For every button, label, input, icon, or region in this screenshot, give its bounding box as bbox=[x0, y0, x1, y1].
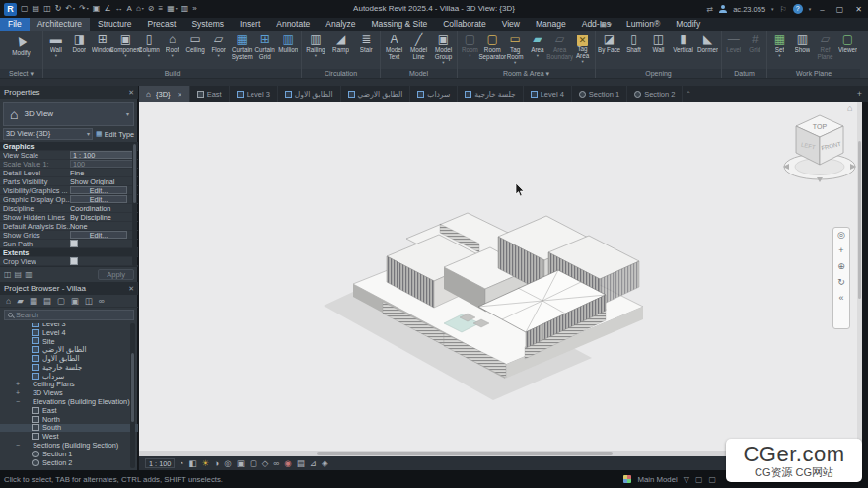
panel-label-room-area[interactable]: Room & Area ▾ bbox=[458, 69, 595, 78]
component-button[interactable]: ▣Component▾ bbox=[114, 32, 138, 69]
tab-structure[interactable]: Structure bbox=[90, 18, 140, 31]
type-selector[interactable]: ⌂ 3D View ▾ bbox=[3, 102, 134, 126]
section-icon[interactable]: ⊘ bbox=[147, 2, 156, 16]
view-tab-section-2[interactable]: Section 2 ✕ bbox=[627, 86, 683, 102]
properties-toggle-2-icon[interactable]: ▤ bbox=[15, 270, 23, 279]
help-icon[interactable]: ? bbox=[793, 4, 803, 14]
visual-style-icon[interactable]: ◧ bbox=[188, 456, 196, 470]
thin-lines-icon[interactable]: ≡ bbox=[157, 2, 164, 16]
select-toggle-1-icon[interactable]: ▢ bbox=[695, 475, 703, 484]
tab-precast[interactable]: Precast bbox=[140, 18, 184, 31]
show-button[interactable]: ▥Show▾ bbox=[791, 32, 814, 69]
browser-families-icon[interactable]: ▣ bbox=[70, 294, 80, 308]
floor-button[interactable]: ▱Floor▾ bbox=[207, 32, 231, 69]
panel-label-select[interactable]: Select ▾ bbox=[0, 69, 42, 78]
browser-search-box[interactable] bbox=[4, 310, 134, 320]
type-selector-caret-icon[interactable]: ▾ bbox=[126, 110, 133, 117]
tab-file[interactable]: File bbox=[0, 18, 30, 31]
tree-item[interactable]: Level 4 bbox=[0, 328, 138, 337]
tab-collaborate[interactable]: Collaborate bbox=[435, 18, 493, 31]
tab-list-chevron-icon[interactable]: ⌃ bbox=[683, 86, 693, 102]
view-cube[interactable]: TOP FRONT LEFT bbox=[778, 102, 861, 192]
tab-analyze[interactable]: Analyze bbox=[318, 18, 363, 31]
switch-windows-icon[interactable]: ▦ bbox=[166, 2, 179, 16]
shadows-icon[interactable]: ◑ bbox=[214, 456, 219, 470]
help-menu-caret-icon[interactable]: ▾ bbox=[809, 6, 812, 12]
mullion-button[interactable]: ▥Mullion▾ bbox=[276, 32, 300, 69]
curtain-system-button[interactable]: ▦Curtain System▾ bbox=[230, 32, 253, 69]
user-avatar-icon[interactable] bbox=[719, 5, 727, 13]
drawing-area[interactable]: TOP FRONT LEFT ⌂ ◎+⊕↻« bbox=[139, 102, 862, 451]
restore-button[interactable]: ▢ bbox=[833, 5, 847, 14]
minimize-button[interactable]: – bbox=[817, 5, 827, 14]
tree-item[interactable]: East bbox=[0, 406, 138, 415]
properties-header[interactable]: Properties ✕ bbox=[0, 86, 138, 99]
detail-level-icon[interactable]: ◔ bbox=[179, 456, 183, 470]
tree-item[interactable]: South bbox=[0, 424, 138, 433]
worksharing-display-icon[interactable] bbox=[623, 475, 631, 483]
set-button[interactable]: ▦Set▾ bbox=[768, 32, 791, 69]
tab-insert[interactable]: Insert bbox=[232, 18, 268, 31]
tree-item[interactable]: الطابق الارضي bbox=[0, 345, 138, 354]
model-line-button[interactable]: ╱Model Line▾ bbox=[406, 32, 431, 69]
tree-item[interactable]: Site bbox=[0, 337, 138, 346]
signed-in-user[interactable]: ac.23.055 bbox=[733, 5, 765, 14]
properties-close-icon[interactable]: ✕ bbox=[128, 89, 134, 97]
view-tab-section-1[interactable]: Section 1 ✕ bbox=[572, 86, 627, 102]
tree-item[interactable]: جلسة خارجية bbox=[0, 363, 138, 372]
aligned-dimension-icon[interactable]: ↔ bbox=[114, 2, 124, 16]
tree-item[interactable]: + 3D Views bbox=[0, 388, 138, 397]
displacement-sets-icon[interactable]: ◈ bbox=[322, 456, 328, 470]
tree-item[interactable]: Section 2 bbox=[0, 458, 138, 467]
tab-lumion[interactable]: Lumion® bbox=[618, 18, 668, 31]
user-interface-icon[interactable]: ▥ bbox=[181, 2, 190, 16]
tab-modify[interactable]: Modify bbox=[668, 18, 708, 31]
railing-button[interactable]: ▥Railing▾ bbox=[303, 32, 328, 69]
view-instance-combo[interactable]: 3D View: {3D} ▾ bbox=[3, 128, 93, 140]
tab-architecture[interactable]: Architecture bbox=[30, 18, 90, 31]
tree-item[interactable]: الطابق الاول bbox=[0, 354, 138, 363]
tag-room-button[interactable]: ▭Tag Room▾ bbox=[504, 32, 527, 69]
sun-path-icon[interactable]: ☀ bbox=[202, 456, 210, 470]
browser-home-icon[interactable]: ⌂ bbox=[5, 294, 12, 308]
new-view-tab-icon[interactable]: + bbox=[851, 86, 868, 102]
pan-icon[interactable]: + bbox=[838, 245, 843, 255]
active-workset-label[interactable]: Main Model bbox=[637, 475, 677, 484]
revit-app-button[interactable]: R bbox=[4, 3, 17, 16]
tree-item[interactable]: − Elevations (Building Elevation) bbox=[0, 397, 138, 406]
filter-icon[interactable]: ▽ bbox=[684, 475, 689, 484]
project-browser-close-icon[interactable]: ✕ bbox=[128, 285, 134, 293]
tab-systems[interactable]: Systems bbox=[183, 18, 232, 31]
zoom-icon[interactable]: ⊕ bbox=[837, 261, 845, 271]
reveal-hidden-elements-icon[interactable]: ◉ bbox=[284, 456, 291, 470]
properties-toggle-1-icon[interactable]: ◫ bbox=[4, 270, 12, 279]
tag-area-button[interactable]: ✕Tag Area▾ bbox=[571, 32, 594, 69]
tree-item[interactable]: Section 1 bbox=[0, 450, 138, 458]
sync-status-icon[interactable]: ⇄ bbox=[706, 5, 713, 14]
view-tab-outdoor-seating[interactable]: جلسة خارجية ✕ bbox=[458, 86, 523, 102]
model-group-button[interactable]: ▣Model Group▾ bbox=[431, 32, 456, 69]
edit-type-button[interactable]: ▦ Edit Type bbox=[93, 130, 134, 139]
door-button[interactable]: ◨Door▾ bbox=[68, 32, 92, 69]
undo-icon[interactable]: ↶ bbox=[64, 2, 76, 16]
tab-manage[interactable]: Manage bbox=[528, 18, 574, 31]
view-tab-level-4[interactable]: Level 4 ✕ bbox=[524, 86, 572, 102]
show-crop-region-icon[interactable]: ▢ bbox=[250, 456, 257, 470]
browser-views-icon[interactable]: ▦ bbox=[29, 294, 38, 308]
shaft-button[interactable]: ▯Shaft▾ bbox=[621, 32, 646, 69]
tree-item[interactable]: West bbox=[0, 432, 138, 441]
tab-massing-site[interactable]: Massing & Site bbox=[364, 18, 436, 31]
dormer-button[interactable]: ◣Dormer▾ bbox=[695, 32, 720, 69]
text-icon[interactable]: A bbox=[126, 2, 133, 16]
show-rendering-icon[interactable]: ◎ bbox=[224, 456, 231, 470]
measure-icon[interactable]: ∠ bbox=[103, 2, 111, 16]
close-button[interactable]: ✕ bbox=[852, 5, 865, 14]
canvas-vertical-scrollbar[interactable] bbox=[857, 102, 862, 451]
tree-item[interactable]: − Sections (Building Section) bbox=[0, 441, 138, 450]
tab-view[interactable]: View bbox=[494, 18, 528, 31]
wall-opening-button[interactable]: ◫Wall▾ bbox=[646, 32, 671, 69]
ramp-button[interactable]: ◢Ramp▾ bbox=[328, 32, 354, 69]
view-tab-east[interactable]: East ✕ bbox=[190, 86, 230, 102]
more-icon[interactable]: » bbox=[191, 2, 197, 16]
full-navigation-wheel-icon[interactable]: ◎ bbox=[837, 230, 845, 240]
